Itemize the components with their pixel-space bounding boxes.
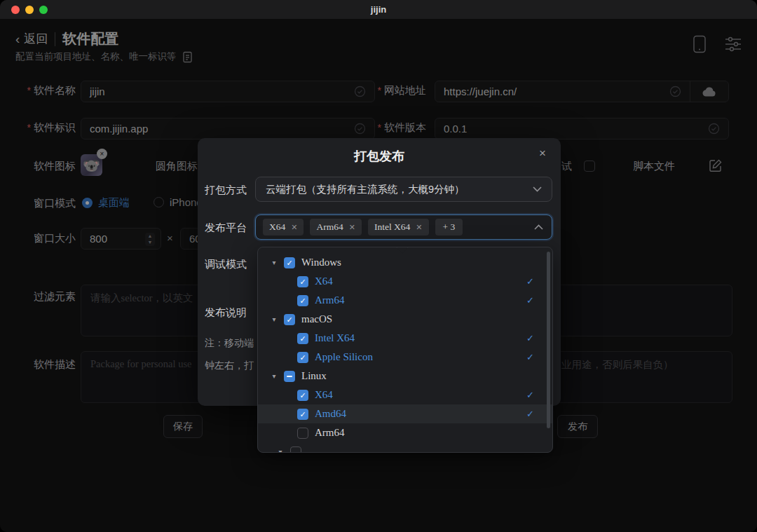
titlebar: jijin — [0, 0, 757, 20]
caret-down-icon[interactable]: ▾ — [271, 315, 278, 323]
tree-item-x64[interactable]: ✓X64✓ — [258, 386, 552, 404]
tree-item-partial[interactable]: ▾ — [258, 442, 552, 453]
platform-dropdown-panel: ▾✓Windows✓X64✓✓Arm64✓▾✓macOS✓Intel X64✓✓… — [257, 247, 553, 453]
package-method-label: 打包方式 — [205, 184, 255, 197]
tree-item-label: Arm64 — [315, 294, 345, 306]
platform-more-tag[interactable]: + 3 — [435, 219, 463, 236]
checkbox-checked-icon[interactable]: ✓ — [297, 409, 308, 420]
scrollbar-thumb[interactable] — [547, 252, 550, 428]
modal-note-line1: 注：移动端 — [205, 337, 258, 350]
selected-tick-icon: ✓ — [526, 276, 534, 287]
checkbox-unchecked-icon[interactable] — [297, 428, 308, 439]
caret-down-icon[interactable]: ▾ — [271, 372, 278, 380]
window-title: jijin — [0, 4, 757, 15]
tree-item-label: Windows — [301, 257, 341, 268]
selected-tick-icon: ✓ — [526, 295, 534, 306]
tree-item-windows[interactable]: ▾✓Windows — [258, 253, 552, 272]
platform-label: 发布平台 — [205, 221, 255, 235]
tree-item-linux[interactable]: ▾Linux — [258, 367, 552, 386]
tree-item-label: Amd64 — [315, 408, 346, 420]
tree-item-label: X64 — [315, 275, 333, 287]
tree-item-x64[interactable]: ✓X64✓ — [258, 272, 552, 291]
checkbox-checked-icon[interactable]: ✓ — [297, 333, 308, 344]
debug-mode-label: 调试模式 — [205, 258, 255, 271]
checkbox-unchecked-icon — [290, 446, 301, 453]
chevron-up-icon — [534, 224, 543, 230]
chevron-down-icon — [533, 186, 542, 192]
platform-tag[interactable]: X64✕ — [263, 219, 304, 236]
tree-item-apple-silicon[interactable]: ✓Apple Silicon✓ — [258, 348, 552, 367]
tree-item-label: X64 — [315, 389, 333, 401]
checkbox-checked-icon[interactable]: ✓ — [284, 314, 295, 325]
checkbox-indeterminate-icon[interactable] — [284, 371, 295, 382]
tree-item-label: Apple Silicon — [315, 351, 373, 363]
remove-tag-icon[interactable]: ✕ — [416, 223, 422, 232]
package-method-select[interactable]: 云端打包（支持所有主流系统，大概9分钟） — [255, 177, 552, 202]
caret-down-icon[interactable]: ▾ — [271, 259, 278, 266]
remove-tag-icon[interactable]: ✕ — [291, 223, 297, 232]
tree-item-label: Intel X64 — [315, 332, 355, 344]
app-window: jijin ‹ 返回 软件配置 配置当前项目地址、名称、唯一标识等 — [0, 0, 757, 532]
tree-item-label: Linux — [301, 370, 327, 382]
tree-item-amd64[interactable]: ✓Amd64✓ — [258, 404, 552, 423]
platform-multiselect[interactable]: X64✕ Arm64✕ Intel X64✕ + 3 — [255, 214, 552, 240]
selected-tick-icon: ✓ — [526, 333, 534, 343]
selected-tick-icon: ✓ — [526, 352, 534, 362]
tree-item-label: macOS — [301, 313, 332, 325]
close-icon[interactable]: × — [536, 146, 550, 161]
tree-item-label: Arm64 — [315, 427, 345, 439]
selected-tick-icon: ✓ — [526, 409, 534, 419]
checkbox-checked-icon[interactable]: ✓ — [297, 352, 308, 363]
tree-item-intel-x64[interactable]: ✓Intel X64✓ — [258, 329, 552, 348]
remove-tag-icon[interactable]: ✕ — [349, 223, 355, 232]
caret-down-icon: ▾ — [277, 448, 284, 453]
checkbox-checked-icon[interactable]: ✓ — [284, 257, 295, 268]
checkbox-checked-icon[interactable]: ✓ — [297, 390, 308, 401]
package-method-value: 云端打包（支持所有主流系统，大概9分钟） — [266, 183, 533, 196]
platform-tree: ▾✓Windows✓X64✓✓Arm64✓▾✓macOS✓Intel X64✓✓… — [258, 253, 552, 442]
platform-tag[interactable]: Intel X64✕ — [368, 219, 429, 236]
checkbox-checked-icon[interactable]: ✓ — [297, 276, 308, 287]
tree-item-arm64[interactable]: Arm64 — [258, 423, 552, 442]
tree-item-macos[interactable]: ▾✓macOS — [258, 310, 552, 329]
selected-tick-icon: ✓ — [526, 390, 534, 400]
modal-note-line2: 钟左右，打 — [205, 360, 258, 372]
release-notes-label: 发布说明 — [205, 306, 255, 320]
tree-item-arm64[interactable]: ✓Arm64✓ — [258, 291, 552, 310]
checkbox-checked-icon[interactable]: ✓ — [297, 295, 308, 306]
platform-tag[interactable]: Arm64✕ — [310, 219, 361, 236]
modal-title: 打包发布 — [198, 148, 561, 165]
